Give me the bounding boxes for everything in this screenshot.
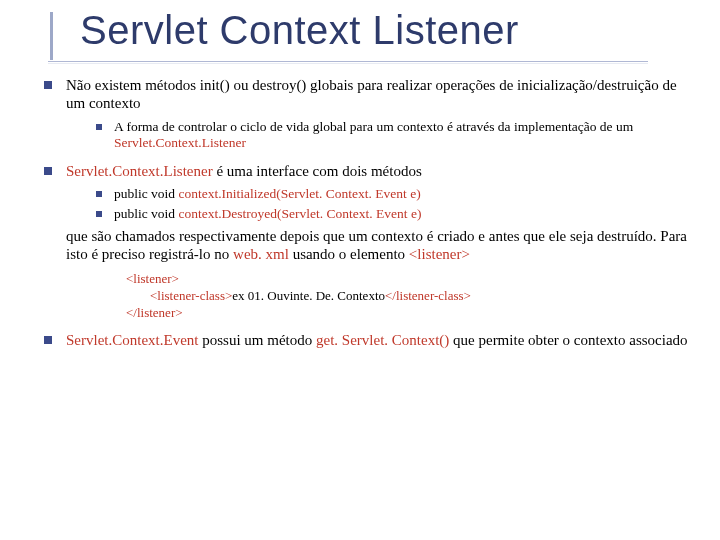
bullet-3-c: get. Servlet. Context()	[316, 332, 449, 348]
bullet-2-rest: é uma interface com dois métodos	[213, 163, 422, 179]
bullet-2-cont-b: web. xml	[233, 246, 289, 262]
bullet-1-sub-1-b: Servlet.Context.Listener	[114, 135, 246, 150]
bullet-1-text: Não existem métodos init() ou destroy() …	[66, 77, 677, 111]
bullet-2-method-1: public void context.Initialized(Servlet.…	[66, 186, 690, 202]
bullet-2-continuation: que são chamados respectivamente depois …	[66, 227, 690, 264]
code-l2-close: </listener-class>	[385, 288, 471, 303]
bullet-1-sublist: A forma de controlar o ciclo de vida glo…	[66, 119, 690, 152]
bullet-2-m2-a: public void	[114, 206, 179, 221]
bullet-list: Não existem métodos init() ou destroy() …	[40, 76, 690, 350]
code-line-1: <listener>	[126, 271, 690, 288]
bullet-3-d: que permite obter o contexto associado	[449, 332, 687, 348]
bullet-2-lead: Servlet.Context.Listener	[66, 163, 213, 179]
bullet-2-cont-c: usando o elemento	[289, 246, 409, 262]
code-line-3: </listener>	[126, 305, 690, 322]
bullet-3-b: possui um método	[198, 332, 316, 348]
code-line-2: <listener-class>ex 01. Ouvinte. De. Cont…	[126, 288, 690, 305]
bullet-2-m2-b: context.Destroyed(Servlet. Context. Even…	[179, 206, 422, 221]
bullet-2-method-2: public void context.Destroyed(Servlet. C…	[66, 206, 690, 222]
bullet-1-sub-1-a: A forma de controlar o ciclo de vida glo…	[114, 119, 633, 134]
bullet-2-m1-b: context.Initialized(Servlet. Context. Ev…	[179, 186, 421, 201]
bullet-2: Servlet.Context.Listener é uma interface…	[40, 162, 690, 322]
bullet-1-sub-1: A forma de controlar o ciclo de vida glo…	[66, 119, 690, 152]
title-area: Servlet Context Listener	[0, 0, 720, 59]
code-l2-open: <listener-class>	[150, 288, 232, 303]
title-accent-bar	[50, 12, 53, 60]
bullet-2-cont-d: <listener>	[409, 246, 470, 262]
bullet-2-sublist: public void context.Initialized(Servlet.…	[66, 186, 690, 223]
slide-body: Não existem métodos init() ou destroy() …	[0, 62, 720, 350]
slide: Servlet Context Listener Não existem mét…	[0, 0, 720, 540]
bullet-2-m1-a: public void	[114, 186, 179, 201]
xml-code-block: <listener> <listener-class>ex 01. Ouvint…	[126, 271, 690, 321]
bullet-3: Servlet.Context.Event possui um método g…	[40, 331, 690, 349]
slide-title: Servlet Context Listener	[80, 8, 720, 53]
bullet-1: Não existem métodos init() ou destroy() …	[40, 76, 690, 152]
code-l2-content: ex 01. Ouvinte. De. Contexto	[232, 288, 385, 303]
bullet-3-a: Servlet.Context.Event	[66, 332, 198, 348]
